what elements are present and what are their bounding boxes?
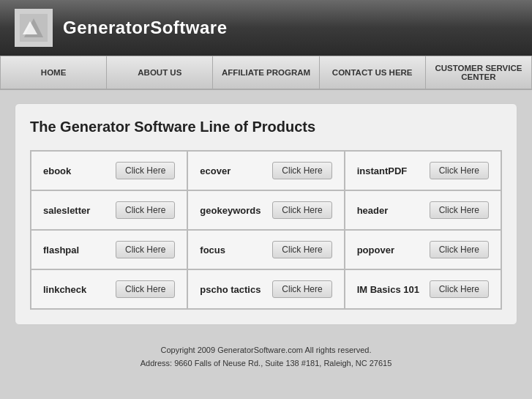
- logo-text: GeneratorSoftware: [63, 18, 228, 38]
- product-cell-im-basics-101: IM Basics 101 Click Here: [345, 269, 501, 309]
- click-here-salesletter[interactable]: Click Here: [116, 201, 175, 219]
- products-grid: ebook Click Here ecover Click Here insta…: [30, 150, 502, 310]
- product-name-ebook: ebook: [43, 165, 71, 176]
- logo-icon: [15, 9, 53, 47]
- product-cell-header: header Click Here: [345, 190, 501, 230]
- product-cell-linkcheck: linkcheck Click Here: [31, 269, 187, 309]
- product-name-popover: popover: [357, 245, 394, 256]
- click-here-ecover[interactable]: Click Here: [272, 162, 331, 179]
- product-cell-focus: focus Click Here: [187, 230, 344, 269]
- product-cell-pscho-tactics: pscho tactics Click Here: [187, 269, 344, 309]
- nav-item-customer-service[interactable]: CUSTOMER SERVICE CENTER: [426, 56, 532, 89]
- product-name-pscho-tactics: pscho tactics: [200, 284, 261, 295]
- nav-item-home[interactable]: HOME: [0, 56, 107, 89]
- product-cell-popover: popover Click Here: [345, 230, 501, 269]
- product-cell-geokeywords: geokeywords Click Here: [187, 190, 344, 230]
- main-title: The Generator Software Line of Products: [30, 119, 502, 135]
- footer-line2: Address: 9660 Falls of Neuse Rd., Suite …: [6, 357, 526, 370]
- product-name-header: header: [357, 205, 389, 216]
- click-here-im-basics-101[interactable]: Click Here: [430, 280, 489, 298]
- click-here-linkcheck[interactable]: Click Here: [116, 280, 175, 298]
- nav-item-affiliate-program[interactable]: AFFILIATE PROGRAM: [213, 56, 319, 89]
- click-here-instantpdf[interactable]: Click Here: [430, 162, 489, 179]
- product-name-focus: focus: [200, 245, 225, 256]
- nav: HOME ABOUT US AFFILIATE PROGRAM CONTACT …: [0, 56, 532, 90]
- footer: Copyright 2009 GeneratorSoftware.com All…: [0, 338, 532, 376]
- product-cell-salesletter: salesletter Click Here: [31, 190, 187, 230]
- product-name-flashpal: flashpal: [43, 245, 79, 256]
- click-here-flashpal[interactable]: Click Here: [116, 241, 175, 258]
- click-here-pscho-tactics[interactable]: Click Here: [272, 280, 331, 298]
- header: GeneratorSoftware: [0, 0, 532, 56]
- click-here-ebook[interactable]: Click Here: [116, 162, 175, 179]
- product-name-instantpdf: instantPDF: [357, 165, 408, 176]
- product-name-linkcheck: linkcheck: [43, 284, 86, 295]
- product-name-ecover: ecover: [200, 165, 231, 176]
- main-content: The Generator Software Line of Products …: [15, 103, 517, 325]
- click-here-popover[interactable]: Click Here: [430, 241, 489, 258]
- click-here-focus[interactable]: Click Here: [272, 241, 331, 258]
- product-cell-ebook: ebook Click Here: [31, 151, 187, 190]
- product-name-geokeywords: geokeywords: [200, 205, 261, 216]
- product-name-salesletter: salesletter: [43, 205, 90, 216]
- nav-item-contact-us[interactable]: CONTACT US HERE: [320, 56, 426, 89]
- click-here-geokeywords[interactable]: Click Here: [272, 201, 331, 219]
- product-cell-ecover: ecover Click Here: [187, 151, 344, 190]
- product-cell-instantpdf: instantPDF Click Here: [345, 151, 501, 190]
- product-name-im-basics-101: IM Basics 101: [357, 284, 419, 295]
- footer-line1: Copyright 2009 GeneratorSoftware.com All…: [6, 344, 526, 357]
- click-here-header[interactable]: Click Here: [430, 201, 489, 219]
- product-cell-flashpal: flashpal Click Here: [31, 230, 187, 269]
- nav-item-about-us[interactable]: ABOUT US: [107, 56, 213, 89]
